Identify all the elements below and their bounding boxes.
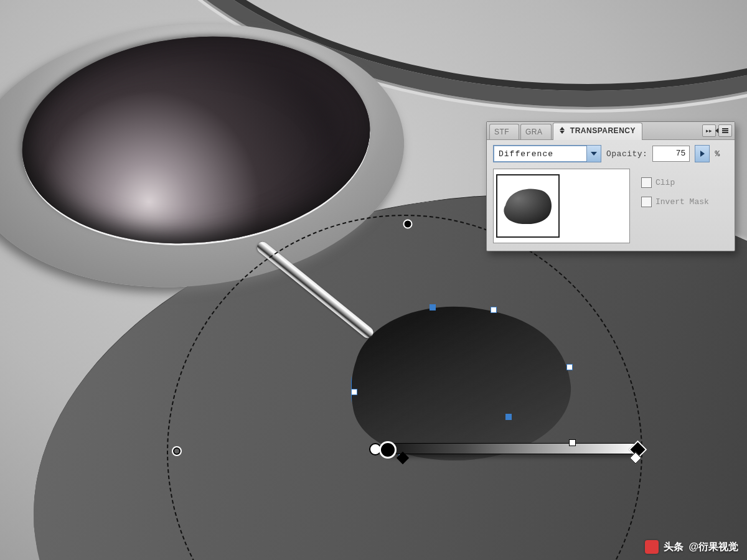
opacity-stepper[interactable] [695, 145, 710, 162]
blend-mode-select[interactable]: Difference [493, 145, 601, 162]
gradient-handle-top[interactable] [403, 220, 413, 229]
gradient-origin[interactable] [379, 441, 397, 459]
panel-flyout-menu-button[interactable] [718, 124, 732, 137]
tab-gradient-truncated[interactable]: GRA [520, 124, 552, 139]
invert-mask-option[interactable]: Invert Mask [641, 197, 709, 207]
blend-mode-value: Difference [494, 149, 586, 159]
tab-stroke-truncated[interactable]: STF [489, 124, 519, 139]
clip-checkbox[interactable] [641, 177, 652, 188]
object-thumbnail[interactable] [496, 174, 560, 238]
watermark-handle: @衍果视觉 [688, 541, 738, 554]
mask-thumbnail-empty[interactable] [562, 175, 627, 236]
gradient-slider[interactable] [389, 443, 639, 454]
watermark-prefix: 头条 [664, 541, 684, 554]
panel-cycle-button[interactable]: ▸▸ [702, 124, 716, 137]
tab-transparency-label: TRANSPARENCY [570, 126, 636, 135]
opacity-input[interactable]: 75 [652, 146, 690, 162]
opacity-mask-slot[interactable] [493, 169, 630, 243]
opacity-unit: % [715, 149, 720, 159]
transparency-panel[interactable]: STF GRA TRANSPARENCY ▸▸ Difference Opaci… [486, 121, 735, 251]
illustrator-canvas[interactable]: STF GRA TRANSPARENCY ▸▸ Difference Opaci… [0, 0, 747, 560]
opacity-label: Opacity: [606, 149, 647, 159]
gradient-midpoint[interactable] [569, 439, 576, 446]
watermark-logo-icon [645, 540, 659, 554]
invert-mask-label: Invert Mask [655, 197, 709, 207]
gradient-handle-center[interactable] [172, 446, 182, 456]
blend-mode-dropdown-icon[interactable] [586, 146, 601, 162]
tab-collapse-icon[interactable] [560, 127, 565, 134]
flyout-menu-icon [715, 128, 718, 133]
invert-mask-checkbox[interactable] [641, 197, 652, 207]
tab-transparency[interactable]: TRANSPARENCY [553, 123, 642, 140]
watermark: 头条 @衍果视觉 [645, 540, 738, 554]
clip-label: Clip [655, 178, 675, 187]
panel-tabstrip: STF GRA TRANSPARENCY ▸▸ [487, 122, 735, 140]
clip-option[interactable]: Clip [641, 177, 709, 188]
object-thumbnail-shape [503, 188, 553, 224]
